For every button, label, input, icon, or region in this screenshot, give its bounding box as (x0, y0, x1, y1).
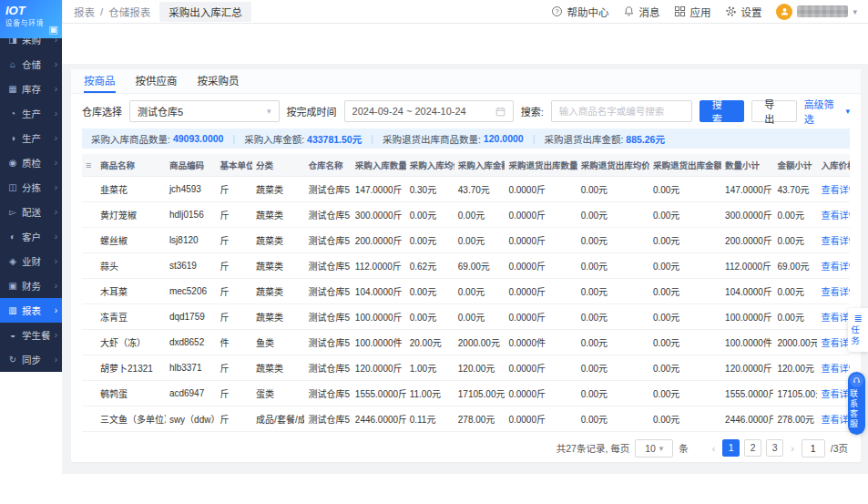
tab-by-buyer[interactable]: 按采购员 (198, 69, 240, 93)
table-cell: 测试仓库5 (304, 406, 351, 431)
sidebar-item-label: 仓储 (22, 57, 51, 71)
customer-service-button[interactable]: 联系客服 (848, 372, 865, 435)
settings-menu-item[interactable]: 设置 (725, 5, 761, 19)
table-cell: 斤 (217, 252, 253, 278)
sidebar-item-label: 财务 (22, 279, 51, 293)
view-detail-link[interactable]: 查看详情 (821, 415, 850, 425)
table-cell: 69.00元 (773, 252, 817, 278)
help-icon: ? (551, 5, 563, 17)
column-settings-icon[interactable]: ≡ (86, 159, 91, 170)
user-menu[interactable]: ▾ (776, 4, 857, 20)
summary-divider: | (533, 133, 536, 144)
page-button-3[interactable]: 3 (766, 439, 783, 457)
table-cell: 斤 (217, 278, 253, 303)
sidebar-item-production-2[interactable]: ◑生产› (0, 126, 62, 150)
view-detail-link[interactable]: 查看详情 (821, 313, 850, 323)
sidebar-item-quality[interactable]: ◉质检› (0, 150, 62, 175)
table-cell: 蒜头 (97, 252, 166, 278)
date-range-value: 2024-09-24 ~ 2024-10-24 (352, 106, 466, 117)
column-header: 金额小计 (773, 154, 817, 176)
chevron-right-icon: › (55, 231, 57, 242)
settings-label: 设置 (740, 5, 761, 19)
column-header: 采购退货出库金额 (649, 154, 721, 176)
page-tab-purchase-inout-summary[interactable]: 采购出入库汇总 (159, 2, 251, 22)
table-cell: 0.00元 (577, 329, 649, 355)
page-jump-input[interactable] (802, 439, 825, 458)
search-button[interactable]: 搜索 (700, 100, 745, 122)
table-row: 三文鱼（多单位）swy（ddw）5980斤成品/套餐/成品测试仓库52446.0… (82, 406, 850, 431)
warehouse-select-label: 仓库选择 (82, 104, 122, 118)
table-cell: 测试仓库5 (304, 227, 351, 252)
view-detail-link[interactable]: 查看详情 (821, 262, 850, 272)
table-cell: 蔬菜类 (252, 303, 304, 329)
sidebar-item-delivery[interactable]: ▻配送› (0, 200, 62, 224)
chevron-down-icon: ▾ (659, 444, 664, 453)
sidebar-item-reports[interactable]: ▥报表› (0, 298, 62, 323)
view-detail-link[interactable]: 查看详情 (821, 236, 850, 246)
per-page-unit: 条 (679, 441, 689, 455)
view-detail-link[interactable]: 查看详情 (821, 389, 850, 399)
view-detail-link[interactable]: 查看详情 (821, 211, 850, 221)
sidebar-item-sorting[interactable]: ◫分拣› (0, 175, 62, 200)
table-cell: 0.00元 (577, 176, 649, 201)
date-range-picker[interactable]: 2024-09-24 ~ 2024-10-24 (344, 100, 514, 122)
table-cell: jch4593 (166, 176, 217, 201)
sidebar-item-inventory[interactable]: ▦库存› (0, 77, 62, 101)
per-page-select[interactable]: 10 ▾ (635, 439, 673, 458)
messages-menu-item[interactable]: 消息 (623, 5, 659, 19)
help-menu-item[interactable]: ?帮助中心 (551, 5, 608, 19)
tab-by-supplier[interactable]: 按供应商 (136, 69, 178, 93)
view-detail-link[interactable]: 查看详情 (821, 364, 850, 374)
headset-icon (850, 374, 863, 387)
sorting-icon: ◫ (7, 182, 18, 192)
breadcrumb-reports[interactable]: 报表 (74, 5, 95, 19)
task-panel-button[interactable]: ≣ 任务 (848, 308, 868, 352)
table-cell: 斤 (217, 227, 253, 252)
export-button[interactable]: 导出 (751, 100, 797, 122)
inventory-icon: ▦ (7, 84, 18, 94)
prev-page-button[interactable]: ‹ (710, 443, 718, 454)
view-detail-link[interactable]: 查看详情 (821, 287, 850, 297)
chevron-right-icon: › (55, 158, 57, 168)
pagination: 共27条记录, 每页 10 ▾ 条 ‹ 123 › /3页 (71, 432, 861, 458)
page-button-2[interactable]: 2 (744, 439, 761, 457)
table-cell: 蔬菜类 (252, 176, 304, 201)
iot-module-tile[interactable]: IOT 设备与环境 ▣ (0, 0, 62, 38)
search-input[interactable] (559, 106, 684, 117)
sidebar-item-finance[interactable]: ▣财务› (0, 273, 62, 298)
advanced-filter-toggle[interactable]: 高级筛选 ▾ (804, 97, 850, 126)
table-cell: 三文鱼（多单位） (97, 406, 166, 431)
warehouse-icon: ⌂ (7, 59, 18, 69)
table-cell: 测试仓库5 (304, 380, 351, 406)
table-cell: 斤 (217, 380, 253, 406)
summary-label: 采购入库金额: (244, 132, 304, 146)
sidebar-item-biz-finance[interactable]: ◈业财› (0, 249, 62, 273)
view-detail-link[interactable]: 查看详情 (821, 338, 850, 348)
sidebar-item-warehouse[interactable]: ⌂仓储› (0, 52, 62, 77)
breadcrumb-warehouse-reports[interactable]: 仓储报表 (108, 5, 150, 19)
table-cell: 0.00元 (773, 278, 817, 303)
sidebar-item-production-1[interactable]: ◔生产› (0, 101, 62, 126)
next-page-button[interactable]: › (789, 443, 796, 454)
sidebar-item-label: 同步 (22, 353, 51, 366)
view-detail-link[interactable]: 查看详情 (821, 185, 850, 195)
pagination-total: 共27条记录, 每页 (557, 441, 630, 455)
sidebar-item-student-meal[interactable]: ◒学生餐› (0, 323, 62, 347)
chevron-down-icon: ▾ (845, 107, 850, 116)
table-cell: 斤 (217, 303, 253, 329)
table-cell: 120.0000斤 (721, 355, 773, 380)
apps-menu-item[interactable]: 应用 (674, 5, 710, 19)
tab-by-product[interactable]: 按商品 (84, 69, 116, 93)
chevron-right-icon: › (55, 207, 57, 217)
page-button-1[interactable]: 1 (722, 439, 740, 457)
warehouse-select[interactable]: 测试仓库5 ▾ (129, 100, 280, 122)
sidebar-item-sync[interactable]: ↻同步› (0, 347, 62, 372)
table-cell: 冻青豆 (97, 303, 166, 329)
sidebar-item-label: 报表 (22, 303, 51, 317)
table-cell: 2000.00元 (773, 329, 817, 355)
sidebar-item-customer[interactable]: ◐客户› (0, 224, 62, 249)
table-cell: 100.0000斤 (352, 303, 406, 329)
table-cell: st3619 (166, 252, 217, 278)
sidebar-nav: ▤订单›◨采购›⌂仓储›▦库存›◔生产›◑生产›◉质检›◫分拣›▻配送›◐客户›… (0, 0, 62, 372)
table-cell: 鱼类 (252, 329, 304, 355)
